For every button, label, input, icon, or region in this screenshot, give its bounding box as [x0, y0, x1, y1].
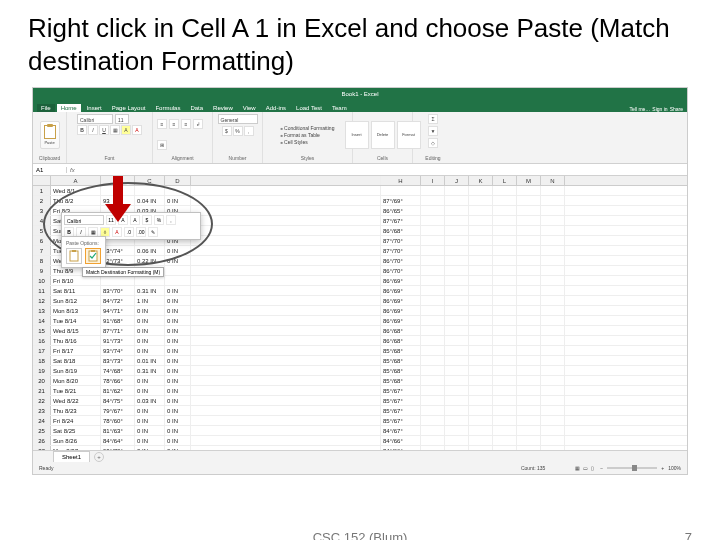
fx-icon[interactable]: fx — [67, 167, 78, 173]
table-row[interactable]: 15Wed 8/1587°/71°0 IN0 IN86°/68° — [33, 326, 687, 336]
mt-dec-increase[interactable]: .00 — [136, 227, 146, 237]
column-headers[interactable]: A B C D H I J K L M N — [33, 176, 687, 186]
table-row[interactable]: 18Sat 8/1883°/73°0.01 IN0 IN85°/68° — [33, 356, 687, 366]
row-header[interactable]: 15 — [33, 326, 51, 335]
cell[interactable]: 0 IN — [135, 436, 165, 445]
cell[interactable]: 0 IN — [165, 306, 191, 315]
col-header-h[interactable]: H — [381, 176, 421, 185]
cell[interactable]: 0 IN — [165, 316, 191, 325]
cell[interactable]: 87°/71° — [101, 326, 135, 335]
cell-styles-button[interactable]: Cell Styles — [281, 139, 335, 145]
cell[interactable]: Thu 8/16 — [51, 336, 101, 345]
cell[interactable]: 0.04 IN — [135, 196, 165, 205]
fill-button[interactable]: ▼ — [428, 126, 438, 136]
cell[interactable]: 0 IN — [135, 346, 165, 355]
row-header[interactable]: 16 — [33, 336, 51, 345]
paste-match-destination-button[interactable]: Match Destination Formatting (M) — [85, 248, 101, 264]
comma-button[interactable]: , — [244, 126, 254, 136]
cell[interactable]: 0 IN — [165, 376, 191, 385]
cell[interactable]: 86°/65° — [381, 206, 421, 215]
mt-format-painter[interactable]: ✎ — [148, 227, 158, 237]
table-row[interactable]: 22Wed 8/2284°/75°0.03 IN0 IN85°/67° — [33, 396, 687, 406]
table-row[interactable]: 1Wed 8/1 — [33, 186, 687, 196]
cell[interactable]: 1 IN — [135, 296, 165, 305]
fill-color-button[interactable]: A — [121, 125, 131, 135]
zoom-level[interactable]: 100% — [668, 465, 681, 471]
cell[interactable]: 0.22 IN — [135, 256, 165, 265]
row-header[interactable]: 17 — [33, 346, 51, 355]
cell[interactable]: Mon 8/13 — [51, 306, 101, 315]
table-row[interactable]: 8Wed 8/892°/73°0.22 IN0 IN86°/70° — [33, 256, 687, 266]
cell[interactable]: 0 IN — [165, 286, 191, 295]
cell[interactable]: 93°/74° — [101, 246, 135, 255]
tab-review[interactable]: Review — [209, 104, 237, 112]
underline-button[interactable]: U — [99, 125, 109, 135]
mt-percent[interactable]: % — [154, 215, 164, 225]
cell[interactable]: 0 IN — [165, 436, 191, 445]
row-header[interactable]: 26 — [33, 436, 51, 445]
merge-button[interactable]: ⊞ — [157, 140, 167, 150]
number-format-select[interactable]: General — [218, 114, 258, 124]
row-header[interactable]: 8 — [33, 256, 51, 265]
table-row[interactable]: 14Tue 8/1491°/68°0 IN0 IN86°/69° — [33, 316, 687, 326]
cell[interactable]: 0 IN — [165, 326, 191, 335]
cell[interactable]: 86°/68° — [381, 326, 421, 335]
cell[interactable]: Sun 8/12 — [51, 296, 101, 305]
cell[interactable]: Wed 8/15 — [51, 326, 101, 335]
cell[interactable]: 85°/68° — [381, 356, 421, 365]
font-size-select[interactable]: 11 — [115, 114, 129, 124]
cell[interactable]: 84°/75° — [101, 396, 135, 405]
row-header[interactable]: 10 — [33, 276, 51, 285]
cell[interactable]: 0 IN — [165, 296, 191, 305]
cell[interactable]: 0 IN — [165, 396, 191, 405]
cell[interactable]: 87°/70° — [381, 236, 421, 245]
cell[interactable]: 0 IN — [135, 416, 165, 425]
row-header[interactable]: 14 — [33, 316, 51, 325]
cell[interactable]: 0 IN — [165, 366, 191, 375]
cell[interactable]: 87°/69° — [381, 196, 421, 205]
row-header[interactable]: 6 — [33, 236, 51, 245]
table-row[interactable]: 24Fri 8/2478°/60°0 IN0 IN85°/67° — [33, 416, 687, 426]
cell[interactable]: Thu 8/2 — [51, 196, 101, 205]
italic-button[interactable]: I — [88, 125, 98, 135]
tab-pagelayout[interactable]: Page Layout — [108, 104, 150, 112]
cell[interactable]: 83°/70° — [101, 286, 135, 295]
tab-insert[interactable]: Insert — [83, 104, 106, 112]
zoom-out-button[interactable]: − — [600, 465, 603, 471]
tab-home[interactable]: Home — [57, 104, 81, 112]
tab-file[interactable]: File — [37, 104, 55, 112]
currency-button[interactable]: $ — [222, 126, 232, 136]
align-center-button[interactable]: ≡ — [169, 119, 179, 129]
cell[interactable]: 0 IN — [135, 406, 165, 415]
table-row[interactable]: 26Sun 8/2684°/64°0 IN0 IN84°/66° — [33, 436, 687, 446]
cell[interactable]: 81°/62° — [101, 386, 135, 395]
col-header-n[interactable]: N — [541, 176, 565, 185]
table-row[interactable]: 20Mon 8/2078°/66°0 IN0 IN85°/68° — [33, 376, 687, 386]
tell-me[interactable]: Tell me… — [630, 106, 651, 112]
cell[interactable]: Sat 8/18 — [51, 356, 101, 365]
cell[interactable]: Mon 8/20 — [51, 376, 101, 385]
cell[interactable]: 84°/64° — [101, 436, 135, 445]
mt-dec-decrease[interactable]: .0 — [124, 227, 134, 237]
cell[interactable]: Sat 8/11 — [51, 286, 101, 295]
cell[interactable] — [165, 186, 191, 195]
cell[interactable]: 0 IN — [135, 376, 165, 385]
mt-currency[interactable]: $ — [142, 215, 152, 225]
row-header[interactable]: 18 — [33, 356, 51, 365]
cell[interactable] — [165, 266, 191, 275]
view-break-icon[interactable]: ▯ — [591, 465, 594, 471]
paste-button[interactable]: Paste — [40, 121, 60, 149]
table-row[interactable]: 17Fri 8/1793°/74°0 IN0 IN85°/68° — [33, 346, 687, 356]
cell[interactable]: 86°/69° — [381, 276, 421, 285]
insert-cells-button[interactable]: Insert — [345, 121, 369, 149]
new-sheet-button[interactable]: + — [94, 452, 104, 462]
cell[interactable]: 87°/67° — [381, 216, 421, 225]
cell[interactable]: 86°/69° — [381, 296, 421, 305]
cell[interactable]: 0 IN — [165, 426, 191, 435]
row-header[interactable]: 5 — [33, 226, 51, 235]
col-header-a[interactable]: A — [51, 176, 101, 185]
cell[interactable] — [135, 186, 165, 195]
cell[interactable]: 84°/67° — [381, 426, 421, 435]
font-name-select[interactable]: Calibri — [77, 114, 113, 124]
cell[interactable]: Fri 8/17 — [51, 346, 101, 355]
